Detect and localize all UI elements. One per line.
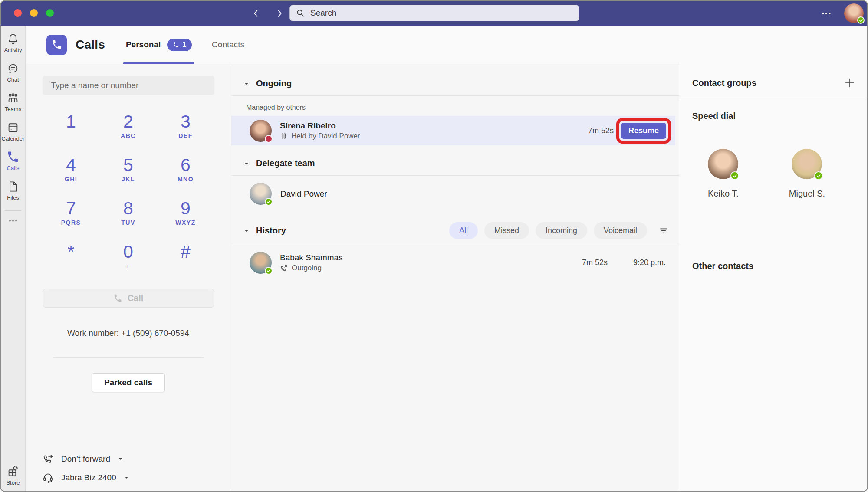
- resume-button[interactable]: Resume: [621, 123, 666, 139]
- filter-icon[interactable]: [659, 226, 668, 236]
- filter-all[interactable]: All: [449, 222, 478, 239]
- forwarding-label: Don’t forward: [61, 454, 110, 464]
- avatar: [792, 149, 822, 179]
- speed-dial-grid: Keiko T. Miguel S.: [679, 121, 867, 199]
- history-time: 9:20 p.m.: [608, 258, 668, 267]
- other-contacts-title: Other contacts: [679, 248, 867, 271]
- sidebar-item-files[interactable]: Files: [1, 180, 25, 201]
- dialpad-key-4[interactable]: 4GHI: [43, 155, 100, 198]
- title-bar: [1, 1, 867, 26]
- audio-device-dropdown[interactable]: Jabra Biz 2400: [42, 472, 129, 483]
- dialpad-key-9[interactable]: 9WXYZ: [157, 198, 214, 242]
- dialpad-key-0[interactable]: 0+: [100, 242, 157, 285]
- history-entry-row[interactable]: Babak Shammas Outgoing 7m 52s 9:20 p.m.: [231, 246, 679, 279]
- back-button[interactable]: [249, 7, 263, 20]
- search-input[interactable]: [309, 8, 573, 18]
- tab-contacts[interactable]: Contacts: [212, 26, 244, 64]
- phone-icon: [7, 151, 20, 164]
- sidebar-item-label: Chat: [7, 76, 19, 83]
- caller-name: Babak Shammas: [280, 253, 556, 262]
- dialpad-key-3[interactable]: 3DEF: [157, 112, 214, 155]
- calls-header: Calls Personal 1 Contacts: [26, 26, 867, 64]
- sidebar-item-label: Calender: [2, 135, 25, 142]
- parked-calls-button[interactable]: Parked calls: [92, 373, 165, 392]
- divider: [53, 357, 204, 358]
- contact-name: Keiko T.: [708, 189, 739, 199]
- phone-icon: [113, 294, 122, 303]
- sidebar-item-teams[interactable]: Teams: [1, 92, 25, 112]
- close-window-button[interactable]: [14, 9, 22, 17]
- chat-icon: [7, 62, 20, 75]
- caret-down-icon: [243, 81, 250, 87]
- sidebar-item-label: Teams: [5, 106, 21, 112]
- dialpad-key-1[interactable]: 1: [43, 112, 100, 155]
- zoom-window-button[interactable]: [46, 9, 54, 17]
- section-delegate-header[interactable]: Delegate team: [231, 145, 679, 175]
- caret-down-icon[interactable]: [243, 228, 250, 234]
- call-info: Sirena Ribeiro Held by David Power: [280, 121, 588, 141]
- dialpad-key-8[interactable]: 8TUV: [100, 198, 157, 242]
- rail-divider: [5, 210, 21, 211]
- speed-dial-contact-miguel[interactable]: Miguel S.: [789, 149, 825, 199]
- avatar: [250, 183, 272, 205]
- sidebar-item-store[interactable]: Store: [1, 465, 25, 486]
- filter-missed[interactable]: Missed: [484, 222, 529, 239]
- forwarding-dropdown[interactable]: Don’t forward: [42, 453, 129, 465]
- delegate-member-row[interactable]: David Power: [231, 176, 679, 205]
- dial-input[interactable]: [43, 76, 214, 95]
- filter-voicemail[interactable]: Voicemail: [594, 222, 647, 239]
- sidebar-item-label: Store: [6, 479, 20, 486]
- call-settings: Don’t forward Jabra Biz 2400: [42, 453, 129, 483]
- my-profile-avatar[interactable]: [844, 3, 864, 23]
- add-contact-group-button[interactable]: [844, 77, 856, 89]
- dialpad-key-6[interactable]: 6MNO: [157, 155, 214, 198]
- managed-by-others-label: Managed by others: [231, 96, 679, 116]
- sidebar-item-chat[interactable]: Chat: [1, 62, 25, 83]
- call-forward-icon: [42, 453, 54, 465]
- work-number: Work number: +1 (509) 670-0594: [43, 328, 214, 338]
- teams-people-icon: [7, 92, 20, 105]
- avatar: [250, 252, 272, 274]
- calls-tabs: Personal 1 Contacts: [126, 26, 244, 64]
- sidebar-item-activity[interactable]: Activity: [1, 33, 25, 53]
- search-icon: [296, 8, 305, 18]
- search-bar[interactable]: [289, 5, 579, 21]
- minimize-window-button[interactable]: [30, 9, 38, 17]
- history-duration: 7m 52s: [556, 258, 608, 267]
- dialpad-key-5[interactable]: 5JKL: [100, 155, 157, 198]
- section-history-header: History All Missed Incoming Voicemail: [231, 205, 679, 246]
- dialpad-key-pound[interactable]: #: [157, 242, 214, 285]
- more-options-button[interactable]: [821, 8, 832, 19]
- phone-icon: [173, 42, 179, 48]
- app-rail: Activity Chat Teams Calender: [1, 26, 26, 491]
- call-button[interactable]: Call: [43, 289, 214, 308]
- caller-name: Sirena Ribeiro: [280, 121, 588, 131]
- filter-incoming[interactable]: Incoming: [536, 222, 587, 239]
- tab-label: Contacts: [212, 40, 244, 49]
- sidebar-item-label: Activity: [4, 47, 22, 53]
- ongoing-call-badge: 1: [167, 39, 192, 51]
- sidebar-item-label: Files: [7, 194, 19, 201]
- more-apps-button[interactable]: [7, 218, 19, 224]
- bell-icon: [7, 33, 20, 46]
- app-body: Activity Chat Teams Calender: [1, 26, 867, 491]
- section-ongoing-header[interactable]: Ongoing: [231, 64, 679, 95]
- calls-app-icon: [46, 35, 67, 55]
- forward-button[interactable]: [273, 7, 286, 20]
- dialpad-key-7[interactable]: 7PQRS: [43, 198, 100, 242]
- tab-personal[interactable]: Personal 1: [126, 26, 192, 64]
- calls-content: 1 2ABC 3DEF 4GHI 5JKL 6MNO 7PQRS 8TUV 9W…: [26, 64, 867, 491]
- sidebar-item-calls[interactable]: Calls: [1, 151, 25, 171]
- dialpad-key-2[interactable]: 2ABC: [100, 112, 157, 155]
- call-list-pane: Ongoing Managed by others Sirena Ribeiro: [231, 64, 679, 491]
- headset-icon: [42, 472, 54, 483]
- history-filters: All Missed Incoming Voicemail: [449, 222, 668, 239]
- ongoing-call-row[interactable]: Sirena Ribeiro Held by David Power 7m 52…: [231, 116, 675, 145]
- sidebar-item-calendar[interactable]: Calender: [1, 121, 25, 142]
- dialpad-key-star[interactable]: *: [43, 242, 100, 285]
- call-direction: Outgoing: [292, 264, 322, 272]
- chevron-left-icon: [251, 9, 261, 18]
- speed-dial-contact-keiko[interactable]: Keiko T.: [708, 149, 739, 199]
- sidebar-item-label: Calls: [7, 165, 20, 171]
- member-name: David Power: [280, 189, 327, 199]
